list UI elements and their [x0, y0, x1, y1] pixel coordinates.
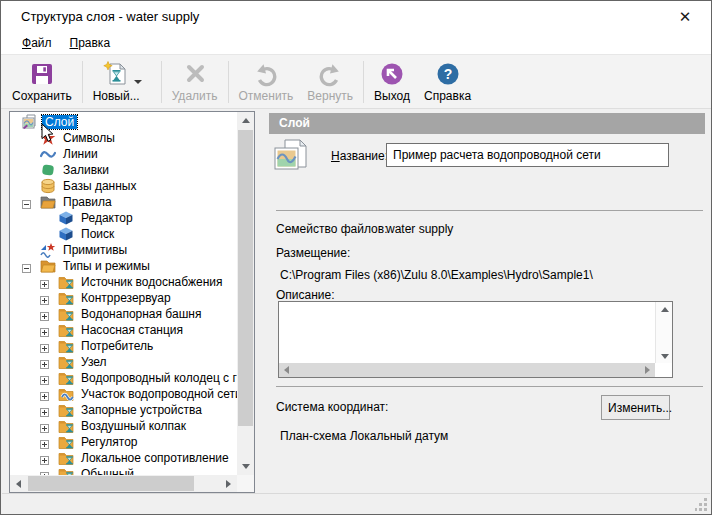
scroll-right-icon[interactable]: [645, 366, 650, 374]
expand-icon[interactable]: [40, 342, 49, 351]
expand-icon[interactable]: [40, 438, 49, 447]
scroll-down-icon[interactable]: [656, 349, 673, 363]
description-horizontal-scrollbar[interactable]: [279, 363, 655, 377]
delete-icon: [182, 61, 208, 87]
svg-text:?: ?: [443, 66, 452, 82]
menu-edit[interactable]: Правка: [61, 31, 120, 54]
scroll-up-icon[interactable]: [237, 112, 254, 129]
layer-structure-dialog: Структура слоя - water supply ✕ ФайлПрав…: [0, 0, 712, 515]
expand-icon[interactable]: [40, 310, 49, 319]
tree-item[interactable]: Контррезервуар: [10, 290, 237, 306]
tree-item[interactable]: Источник водоснабжения: [10, 274, 237, 290]
close-icon: ✕: [679, 8, 692, 26]
expand-icon[interactable]: [40, 454, 49, 463]
scroll-down-icon[interactable]: [237, 458, 254, 475]
horizontal-scroll-thumb[interactable]: [28, 476, 194, 491]
toolbar-button-new[interactable]: Новый...: [86, 58, 158, 106]
tree-item[interactable]: Поиск: [10, 226, 237, 242]
new-icon: [103, 61, 129, 87]
tree-item[interactable]: Запорные устройства: [10, 402, 237, 418]
tree-item[interactable]: Потребитель: [10, 338, 237, 354]
detail-panel-header: Слой: [269, 113, 705, 134]
type-folder-icon: [58, 306, 74, 322]
dropdown-arrow-icon[interactable]: [134, 80, 142, 84]
folder-open-icon: [40, 258, 56, 274]
expand-icon[interactable]: [40, 406, 49, 415]
toolbar-button-save[interactable]: Сохранить: [5, 58, 79, 106]
tree-item[interactable]: Водопроводный колодец с гидрантом: [10, 370, 237, 386]
description-textarea[interactable]: [278, 301, 673, 378]
type-folder-icon: [58, 338, 74, 354]
description-label: Описание:: [276, 288, 335, 302]
type-folder-icon: [58, 290, 74, 306]
tree-horizontal-scrollbar[interactable]: [10, 475, 237, 492]
expand-icon[interactable]: [40, 294, 49, 303]
type-folder-icon: [58, 322, 74, 338]
type-folder-icon: [58, 274, 74, 290]
tree-item[interactable]: Насосная станция: [10, 322, 237, 338]
description-vertical-scrollbar[interactable]: [655, 302, 672, 363]
tree-item[interactable]: Регулятор: [10, 434, 237, 450]
cube-icon: [58, 226, 74, 242]
close-button[interactable]: ✕: [667, 4, 703, 29]
menu-file[interactable]: Файл: [13, 31, 61, 54]
status-bar-divider: [2, 493, 710, 494]
detail-panel-title: Слой: [279, 116, 310, 130]
scroll-right-icon[interactable]: [220, 475, 237, 492]
database-icon: [40, 178, 56, 194]
toolbar-separator: [228, 61, 229, 103]
scroll-left-icon[interactable]: [284, 366, 289, 374]
tree-item-label: Регулятор: [78, 435, 140, 449]
scroll-up-icon[interactable]: [656, 302, 673, 316]
toolbar-button-exit[interactable]: Выход: [367, 58, 417, 106]
scroll-left-icon[interactable]: [10, 475, 27, 492]
type-folder-icon: [58, 354, 74, 370]
expand-icon[interactable]: [40, 358, 49, 367]
menu-bar: ФайлПравка: [1, 31, 711, 54]
resize-grip[interactable]: [695, 498, 708, 511]
collapse-icon[interactable]: [22, 198, 31, 207]
collapse-icon[interactable]: [22, 262, 31, 271]
change-coordinate-button[interactable]: Изменить...: [601, 395, 670, 420]
tree-item-label: Примитивы: [60, 243, 130, 257]
tree-item[interactable]: Линии: [10, 146, 237, 162]
type-folder-icon: [58, 402, 74, 418]
vertical-scroll-thumb[interactable]: [238, 130, 253, 426]
tree-item[interactable]: Примитивы: [10, 242, 237, 258]
tree-vertical-scrollbar[interactable]: [237, 112, 254, 475]
tree-item-label: Источник водоснабжения: [78, 275, 225, 289]
location-path: C:\Program Files (x86)\Zulu 8.0\Examples…: [280, 268, 593, 282]
tree-item[interactable]: Базы данных: [10, 178, 237, 194]
tree-item-label: Участок водопроводной сети: [78, 387, 237, 401]
tree-item[interactable]: Локальное сопротивление: [10, 450, 237, 466]
expand-icon[interactable]: [40, 326, 49, 335]
tree-item[interactable]: Правила: [10, 194, 237, 210]
tree-item[interactable]: Типы и режимы: [10, 258, 237, 274]
undo-icon: [253, 61, 279, 87]
tree-item[interactable]: Обычный: [10, 466, 237, 475]
tree-item[interactable]: Заливки: [10, 162, 237, 178]
toolbar-button-redo: Вернуть: [300, 58, 360, 106]
expand-icon[interactable]: [40, 390, 49, 399]
expand-icon[interactable]: [40, 422, 49, 431]
layer-name-input[interactable]: [386, 143, 669, 167]
tree-item-label: Локальное сопротивление: [78, 451, 232, 465]
tree-item[interactable]: Узел: [10, 354, 237, 370]
type-folder-icon: [58, 434, 74, 450]
expand-icon[interactable]: [40, 374, 49, 383]
tree-item[interactable]: Редактор: [10, 210, 237, 226]
expand-icon[interactable]: [40, 278, 49, 287]
tree-item-label: Водонапорная башня: [78, 307, 204, 321]
tree-item-label: Водопроводный колодец с гидрантом: [78, 371, 237, 385]
tree-item[interactable]: Воздушный колпак: [10, 418, 237, 434]
toolbar-button-label: Сохранить: [12, 89, 72, 103]
tree-item-label: Правила: [60, 195, 115, 209]
toolbar-button-label: Новый...: [93, 89, 140, 103]
tree-item-label: Типы и режимы: [60, 259, 153, 273]
toolbar-button-label: Выход: [374, 89, 410, 103]
tree-item-label: Насосная станция: [78, 323, 186, 337]
tree-item[interactable]: Участок водопроводной сети: [10, 386, 237, 402]
toolbar-button-help[interactable]: ?Справка: [417, 58, 478, 106]
toolbar-separator: [82, 61, 83, 103]
tree-item[interactable]: Водонапорная башня: [10, 306, 237, 322]
